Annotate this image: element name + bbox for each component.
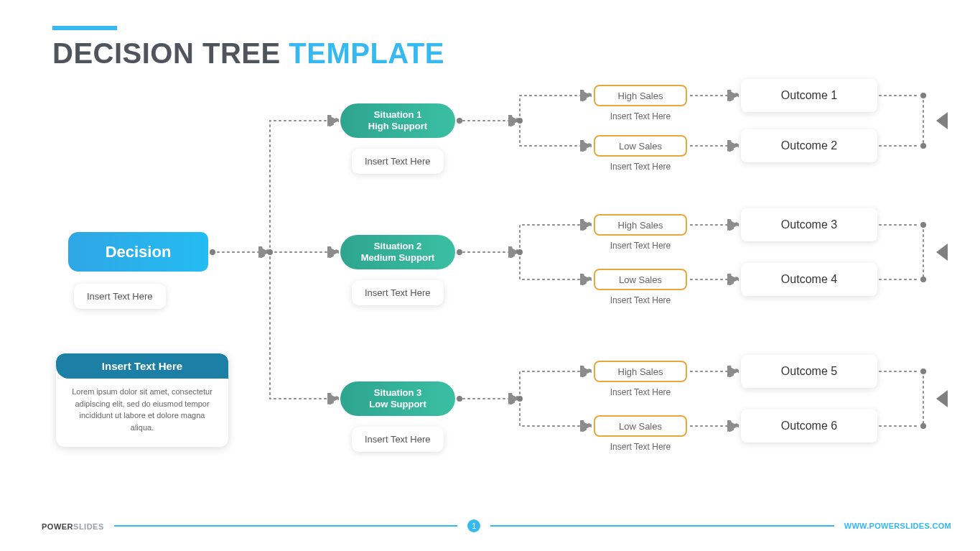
sales-low-2-sub: Insert Text Here	[594, 295, 687, 305]
sales-high-1: High Sales	[594, 85, 687, 106]
outcome-1: Outcome 1	[741, 79, 877, 112]
junction-dot	[920, 93, 926, 98]
junction-dot	[920, 369, 926, 374]
info-card: Insert Text Here Lorem ipsum dolor sit a…	[56, 353, 228, 447]
junction-dot	[517, 396, 523, 402]
situation-1-sub: Insert Text Here	[352, 149, 444, 174]
junction-dot	[920, 277, 926, 282]
outcome-4: Outcome 4	[741, 263, 877, 296]
junction-dot	[210, 249, 215, 255]
junction-dot	[457, 249, 462, 255]
situation-1-node: Situation 1 High Support	[340, 103, 455, 138]
situation-2-node: Situation 2 Medium Support	[340, 235, 455, 269]
sales-low-3: Low Sales	[594, 415, 687, 437]
footer-brand-light: SLIDES	[73, 522, 104, 531]
footer-page-number: 1	[467, 519, 480, 532]
footer-brand-bold: POWER	[42, 522, 73, 531]
end-marker-icon	[936, 390, 948, 407]
decision-sub-card: Insert Text Here	[74, 284, 166, 309]
situation-3-node: Situation 3 Low Support	[340, 381, 455, 416]
outcome-5: Outcome 5	[741, 355, 877, 388]
sales-low-3-sub: Insert Text Here	[594, 442, 687, 452]
sales-low-1-sub: Insert Text Here	[594, 162, 687, 172]
junction-dot	[517, 118, 523, 124]
situation-3-line2: Low Support	[369, 399, 426, 410]
title-accent-bar	[52, 26, 117, 30]
page-title: DECISION TREE TEMPLATE	[52, 37, 444, 70]
situation-2-sub: Insert Text Here	[352, 280, 444, 305]
footer-divider-left	[114, 525, 457, 527]
situation-2-line1: Situation 2	[374, 241, 421, 252]
situation-3-sub: Insert Text Here	[352, 427, 444, 452]
info-card-body: Lorem ipsum dolor sit amet, consectetur …	[56, 379, 228, 440]
junction-dot	[920, 143, 926, 149]
footer-divider-right	[490, 525, 834, 527]
title-dark: DECISION TREE	[52, 37, 281, 69]
junction-dot	[517, 249, 523, 255]
junction-dot	[920, 423, 926, 429]
end-marker-icon	[936, 244, 948, 261]
situation-1-line2: High Support	[368, 121, 427, 132]
sales-low-2: Low Sales	[594, 269, 687, 290]
info-card-header: Insert Text Here	[56, 353, 228, 379]
junction-dot	[267, 249, 273, 255]
sales-high-1-sub: Insert Text Here	[594, 111, 687, 121]
footer-url: WWW.POWERSLIDES.COM	[844, 522, 951, 530]
sales-high-3-sub: Insert Text Here	[594, 387, 687, 397]
junction-dot	[920, 222, 926, 228]
situation-2-line2: Medium Support	[361, 252, 435, 264]
decision-node: Decision	[68, 232, 208, 272]
outcome-2: Outcome 2	[741, 129, 877, 162]
sales-high-2: High Sales	[594, 214, 687, 236]
situation-3-line1: Situation 3	[374, 387, 421, 399]
situation-1-line1: Situation 1	[374, 109, 421, 121]
footer: POWERSLIDES 1 WWW.POWERSLIDES.COM	[42, 519, 951, 532]
sales-low-1: Low Sales	[594, 135, 687, 157]
junction-dot	[457, 396, 462, 402]
decision-label: Decision	[106, 243, 172, 261]
slide: DECISION TREE TEMPLATE	[0, 0, 980, 551]
sales-high-2-sub: Insert Text Here	[594, 241, 687, 251]
end-marker-icon	[936, 112, 948, 129]
junction-dot	[457, 118, 462, 124]
title-blue: TEMPLATE	[289, 37, 444, 69]
outcome-3: Outcome 3	[741, 208, 877, 241]
footer-brand: POWERSLIDES	[42, 519, 104, 532]
sales-high-3: High Sales	[594, 361, 687, 382]
outcome-6: Outcome 6	[741, 409, 877, 443]
